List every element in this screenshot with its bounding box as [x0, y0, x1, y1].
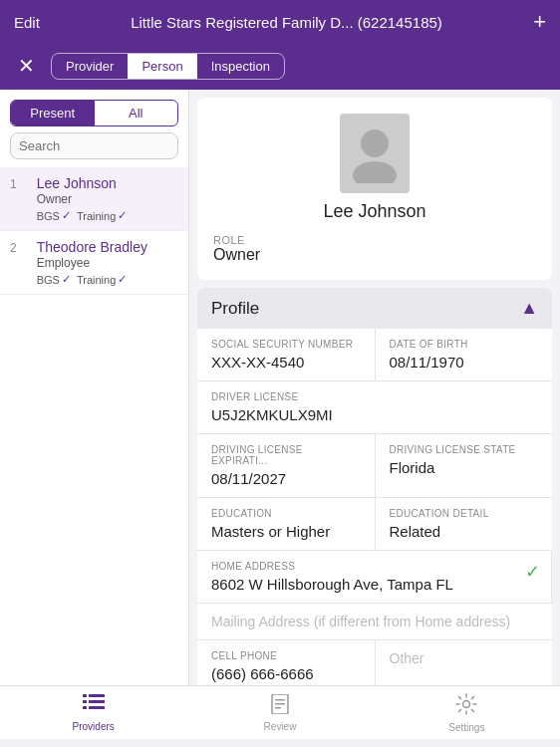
cell-phone-cell: CELL PHONE (666) 666-6666: [197, 640, 376, 685]
section-header: Profile ▲: [197, 288, 552, 329]
tab-inspection[interactable]: Inspection: [197, 54, 284, 79]
person-number: 2: [10, 241, 17, 286]
person-name: Theodore Bradley: [37, 239, 147, 255]
tab-bar: ✕ Provider Person Inspection: [0, 44, 560, 90]
dl-exp-cell: DRIVING LICENSE EXPIRATI... 08/11/2027: [197, 434, 376, 497]
nav-settings[interactable]: Settings: [374, 687, 560, 739]
field-row: DRIVING LICENSE EXPIRATI... 08/11/2027 D…: [197, 434, 552, 498]
training-check-icon: ✓: [118, 273, 127, 286]
review-doc-icon: [270, 694, 290, 714]
bgs-check-icon: ✓: [62, 273, 71, 286]
list-item[interactable]: 1 Lee Johnson Owner BGS ✓ Training ✓: [0, 167, 188, 231]
profile-header-card: Lee Johnson ROLE Owner: [197, 98, 552, 280]
list-item[interactable]: 2 Theodore Bradley Employee BGS ✓ Traini…: [0, 231, 188, 295]
dl-state-value: Florida: [390, 459, 539, 476]
field-row: EDUCATION Masters or Higher EDUCATION DE…: [197, 498, 552, 551]
header-title: Little Stars Registered Family D... (622…: [131, 14, 442, 31]
address-verified-icon: ✓: [525, 562, 540, 582]
field-row: SOCIAL SECURITY NUMBER XXX-XX-4540 DATE …: [197, 329, 552, 381]
field-row: Mailing Address (if different from Home …: [197, 604, 552, 640]
training-check-icon: ✓: [118, 209, 127, 222]
nav-providers[interactable]: Providers: [0, 688, 186, 738]
dl-state-label: DRIVING LICENSE STATE: [390, 444, 539, 455]
person-badges: BGS ✓ Training ✓: [37, 209, 128, 222]
svg-rect-3: [89, 694, 105, 697]
bgs-badge: BGS ✓: [37, 273, 71, 286]
ssn-value: XXX-XX-4540: [211, 354, 361, 371]
other-phone-placeholder: Other: [390, 650, 539, 666]
person-role: Owner: [37, 192, 128, 206]
providers-icon: [83, 694, 105, 719]
gear-icon: [455, 693, 477, 715]
present-all-toggle: Present All: [10, 100, 178, 126]
dl-state-cell: DRIVING LICENSE STATE Florida: [376, 434, 553, 497]
dl-exp-value: 08/11/2027: [211, 470, 361, 487]
education-detail-value: Related: [390, 523, 539, 540]
svg-rect-6: [83, 706, 87, 709]
fields-grid: SOCIAL SECURITY NUMBER XXX-XX-4540 DATE …: [197, 329, 552, 685]
settings-label: Settings: [448, 722, 484, 733]
tab-group: Provider Person Inspection: [51, 53, 285, 80]
edit-button[interactable]: Edit: [14, 14, 40, 31]
role-label: ROLE: [213, 234, 245, 246]
person-role: Employee: [37, 256, 147, 270]
collapse-button[interactable]: ▲: [520, 298, 538, 319]
svg-rect-2: [83, 694, 87, 697]
bgs-badge: BGS ✓: [37, 209, 71, 222]
svg-rect-11: [275, 707, 281, 709]
training-badge: Training ✓: [77, 273, 127, 286]
person-badges: BGS ✓ Training ✓: [37, 273, 147, 286]
providers-label: Providers: [73, 721, 115, 732]
avatar-icon: [350, 124, 400, 183]
tab-provider[interactable]: Provider: [52, 54, 128, 79]
education-cell: EDUCATION Masters or Higher: [197, 498, 376, 550]
review-label: Review: [264, 721, 297, 732]
field-row: CELL PHONE (666) 666-6666 Other: [197, 640, 552, 685]
home-address-value: 8602 W Hillsborough Ave, Tampa FL: [211, 576, 537, 593]
education-value: Masters or Higher: [211, 523, 361, 540]
person-number: 1: [10, 177, 17, 222]
svg-rect-7: [89, 706, 105, 709]
education-label: EDUCATION: [211, 508, 361, 519]
field-row: HOME ADDRESS 8602 W Hillsborough Ave, Ta…: [197, 551, 552, 604]
profile-section: Profile ▲ SOCIAL SECURITY NUMBER XXX-XX-…: [197, 288, 552, 685]
sidebar: Present All 1 Lee Johnson Owner BGS ✓ Tr…: [0, 90, 189, 685]
home-address-label: HOME ADDRESS: [211, 561, 537, 572]
mailing-address-cell[interactable]: Mailing Address (if different from Home …: [197, 604, 552, 639]
cell-phone-value: (666) 666-6666: [211, 665, 361, 682]
content-area: Lee Johnson ROLE Owner Profile ▲ SOCIAL …: [189, 90, 560, 685]
bgs-check-icon: ✓: [62, 209, 71, 222]
nav-review[interactable]: Review: [186, 688, 373, 738]
review-icon: [270, 694, 290, 719]
education-detail-cell: EDUCATION DETAIL Related: [376, 498, 553, 550]
search-input[interactable]: [10, 132, 178, 159]
section-title: Profile: [211, 299, 259, 319]
ssn-label: SOCIAL SECURITY NUMBER: [211, 339, 361, 350]
person-name: Lee Johnson: [37, 175, 128, 191]
dl-label: DRIVER LICENSE: [211, 391, 538, 402]
profile-name: Lee Johnson: [323, 201, 425, 222]
other-phone-cell[interactable]: Other: [376, 640, 553, 685]
dob-label: DATE OF BIRTH: [390, 339, 539, 350]
svg-rect-10: [275, 703, 285, 705]
settings-icon: [455, 693, 477, 720]
role-value: Owner: [213, 246, 260, 264]
ssn-cell: SOCIAL SECURITY NUMBER XXX-XX-4540: [197, 329, 376, 380]
dob-value: 08/11/1970: [390, 354, 539, 371]
dl-value: U5J2KMKULX9MI: [211, 406, 538, 423]
person-list: 1 Lee Johnson Owner BGS ✓ Training ✓ 2: [0, 167, 188, 685]
close-button[interactable]: ✕: [12, 52, 41, 80]
present-toggle-btn[interactable]: Present: [11, 101, 95, 125]
svg-point-12: [463, 700, 470, 707]
svg-rect-4: [83, 700, 87, 703]
dl-cell: DRIVER LICENSE U5J2KMKULX9MI: [197, 381, 552, 433]
svg-rect-9: [275, 699, 285, 701]
app-header: Edit Little Stars Registered Family D...…: [0, 0, 560, 44]
providers-list-icon: [83, 694, 105, 714]
all-toggle-btn[interactable]: All: [95, 101, 178, 125]
svg-point-0: [361, 129, 389, 157]
field-row: DRIVER LICENSE U5J2KMKULX9MI: [197, 381, 552, 434]
tab-person[interactable]: Person: [128, 54, 196, 79]
avatar: [340, 114, 410, 193]
add-button[interactable]: +: [533, 9, 546, 35]
